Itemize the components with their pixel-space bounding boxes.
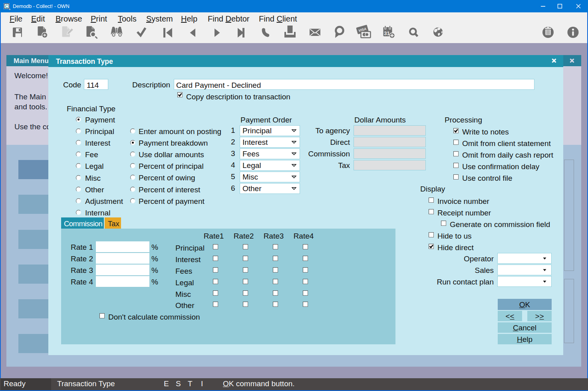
svg-text:31: 31 — [384, 30, 389, 36]
svg-text:C: C — [5, 4, 8, 9]
